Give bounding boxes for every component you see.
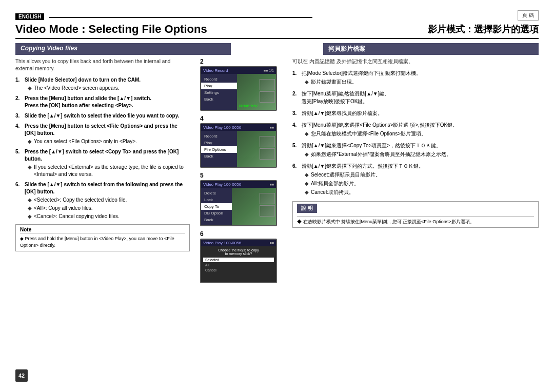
right-step-2: 2. 按下[Menu菜單]鍵,然後滑動[▲/▼]鍵。選完[Play放映]後按下O… — [292, 90, 539, 105]
right-step-4: 4. 按下[Menu菜單]鍵,來選擇<File Options>影片選 項>,然… — [292, 121, 539, 138]
step-3: 3. Slide the [▲/▼] switch to select the … — [15, 112, 190, 120]
right-step-5: 5. 滑動[▲/▼]鍵來選擇<Copy To>項員至>，然後按下ＴＯＫ鍵。 ◆ … — [292, 142, 539, 158]
sub-step-6c: ◆ <Cancel>: Cancel copying video files. — [28, 213, 190, 220]
screen-5-image — [232, 188, 276, 225]
step-2: 2. Press the [Menu] button and slide the… — [15, 95, 190, 109]
right-step-1: 1. 把[Mode Selector]撥式選擇鍵向下拉 動來打開木機。 ◆ 影片… — [292, 69, 539, 86]
screen-4-menu: Record Play File Options Back — [201, 131, 237, 167]
sub-step-5: ◆ If you selected <External> as the stor… — [28, 164, 190, 178]
page-indicator: 頁 碼 — [518, 10, 539, 21]
screen-5-wrapper: 5 Video Play 100-0056 ■■ Delete Lock Cop… — [200, 172, 282, 226]
main-title: Video Mode : Selecting File Options — [15, 23, 207, 36]
menu-back: Back — [201, 96, 237, 103]
sub-step-1: ◆ The <Video Record> screen appears. — [28, 85, 190, 92]
chinese-title: 影片模式：選擇影片的選項 — [428, 23, 539, 35]
step-1: 1. Slide [Mode Selector] down to turn on… — [15, 76, 190, 92]
step-content-2: Press the [Menu] button and slide the [▲… — [25, 95, 190, 109]
right-column: 可以在 內置記憶體 及外插記憶卡之間互相複貝檔案。 1. 把[Mode Sele… — [292, 58, 539, 287]
note-right-content: ◆ 在放映影片模式中 持续按住[Menu菜單]鍵，您可 正接跳至<File Op… — [297, 219, 534, 225]
page: ENGLISH 頁 碼 Video Mode : Selecting File … — [0, 0, 554, 392]
step-content-1: Slide [Mode Selector] down to turn on th… — [25, 76, 190, 92]
step-content-5: Press the [▲/▼] switch to select <Copy T… — [25, 148, 190, 178]
screen-2-menu: Record Play Settings Back — [201, 74, 237, 110]
note-title: Note — [20, 227, 185, 234]
step-num-3: 3. — [15, 112, 23, 120]
menu-4-fileoptions: File Options — [201, 146, 237, 153]
screen-5-menu: Delete Lock Copy To DB Option Back — [201, 188, 232, 225]
thumb-strip-2 — [260, 79, 275, 103]
right-step-3: 3. 滑動[▲/▼]鍵來尋找員的影片檔案。 — [292, 109, 539, 117]
page-number: 42 — [15, 369, 28, 382]
middle-column: 2 Video Record ■■ 1/1 Record Play Settin… — [200, 58, 282, 287]
menu-5-lock: Lock — [201, 197, 232, 203]
menu-4-back: Back — [201, 153, 237, 160]
screen-2: Video Record ■■ 1/1 Record Play Settings… — [200, 66, 277, 111]
screen-5-body: Delete Lock Copy To DB Option Back — [201, 188, 276, 225]
screen-4-body: Record Play File Options Back — [201, 131, 276, 167]
menu-5-delete: Delete — [201, 190, 232, 197]
screen-2-header: Video Record ■■ 1/1 — [201, 67, 276, 74]
option-all: All — [203, 263, 274, 267]
screen-2-num: 2 — [200, 58, 282, 65]
menu-5-copyto: Copy To — [201, 203, 232, 210]
step-4: 4. Press the [Menu] button to select <Fi… — [15, 123, 190, 145]
screen-6: Video Play 100-0056 ■■ Choose the file(s… — [200, 239, 277, 283]
menu-4-record: Record — [201, 133, 237, 140]
screen-6-header: Video Play 100-0056 ■■ — [201, 240, 276, 246]
menu-5-back: Back — [201, 217, 232, 223]
screen-2-image: 00:00:15:52 — [237, 74, 276, 110]
screen-5-header: Video Play 100-0056 ■■ — [201, 181, 276, 188]
menu-play: Play — [201, 83, 237, 89]
note-content: ◆ Press and hold the [Menu] button in <V… — [20, 236, 185, 248]
step-num-1: 1. — [15, 76, 23, 92]
screen-4-image — [237, 131, 276, 167]
step-6: 6. Slide the [▲/▼] switch to select from… — [15, 181, 190, 220]
note-divider — [297, 217, 534, 217]
dialog-options: Selected All Cancel — [203, 258, 274, 272]
step-num-5: 5. — [15, 148, 23, 178]
section-title-left: Copying Video files — [15, 43, 231, 55]
sub-step-6a: ◆ <Selected>: Copy the selected video fi… — [28, 197, 190, 204]
left-column: This allows you to copy files back and f… — [15, 58, 190, 287]
step-num-4: 4. — [15, 123, 23, 145]
dialog-text: Choose the file(s) to copyto memory stic… — [203, 248, 274, 256]
sub-step-4: ◆ You can select <File Options> only in … — [28, 138, 190, 145]
screen-5-num: 5 — [200, 172, 282, 179]
english-badge: ENGLISH — [15, 13, 44, 20]
section-title-right: 拷貝影片檔案 — [323, 43, 539, 55]
screen-4-wrapper: 4 Video Play 100-0056 ■■ Record Play Fil… — [200, 115, 282, 168]
screen-4-header: Video Play 100-0056 ■■ — [201, 124, 276, 131]
screen-5: Video Play 100-0056 ■■ Delete Lock Copy … — [200, 180, 277, 226]
time-display: 00:00:15:52 — [239, 104, 258, 108]
menu-settings: Settings — [201, 89, 237, 96]
thumb-strip-4 — [260, 136, 275, 160]
screen-2-body: Record Play Settings Back 00:00:15:52 — [201, 74, 276, 110]
sub-step-6b: ◆ <All>: Copy all video files. — [28, 205, 190, 212]
screen-6-num: 6 — [200, 230, 282, 238]
step-5: 5. Press the [▲/▼] switch to select <Cop… — [15, 148, 190, 178]
step-content-4: Press the [Menu] button to select <File … — [25, 123, 190, 145]
content-area: This allows you to copy files back and f… — [15, 58, 539, 287]
step-content-6: Slide the [▲/▼] switch to select from th… — [25, 181, 190, 220]
step-num-6: 6. — [15, 181, 23, 220]
right-step-6: 6. 滑動[▲/▼]鍵來選擇下列的方式。然後按下ＴＯＫ鍵。 ◆ Selecet:… — [292, 162, 539, 196]
screen-2-wrapper: 2 Video Record ■■ 1/1 Record Play Settin… — [200, 58, 282, 111]
thumb-strip-5 — [260, 193, 275, 217]
screen-4-num: 4 — [200, 115, 282, 122]
step-num-2: 2. — [15, 95, 23, 109]
title-row: Video Mode : Selecting File Options 影片模式… — [15, 23, 539, 39]
explain-title: 說 明 — [297, 204, 317, 213]
screen-6-body: Choose the file(s) to copyto memory stic… — [201, 246, 276, 282]
step-content-3: Slide the [▲/▼] switch to select the vid… — [25, 112, 190, 120]
menu-5-dboption: DB Option — [201, 210, 232, 217]
option-selected: Selected — [203, 258, 274, 262]
note-box: Note ◆ Press and hold the [Menu] button … — [15, 224, 190, 251]
intro-english: This allows you to copy files back and f… — [15, 58, 190, 72]
menu-4-play: Play — [201, 140, 237, 146]
screen-4: Video Play 100-0056 ■■ Record Play File … — [200, 123, 277, 168]
option-cancel: Cancel — [203, 268, 274, 272]
menu-record: Record — [201, 76, 237, 83]
section-headers: Copying Video files 拷貝影片檔案 — [15, 43, 539, 55]
intro-chinese: 可以在 內置記憶體 及外插記憶卡之間互相複貝檔案。 — [292, 58, 539, 65]
note-right: 說 明 ◆ 在放映影片模式中 持续按住[Menu菜單]鍵，您可 正接跳至<Fil… — [292, 201, 539, 228]
